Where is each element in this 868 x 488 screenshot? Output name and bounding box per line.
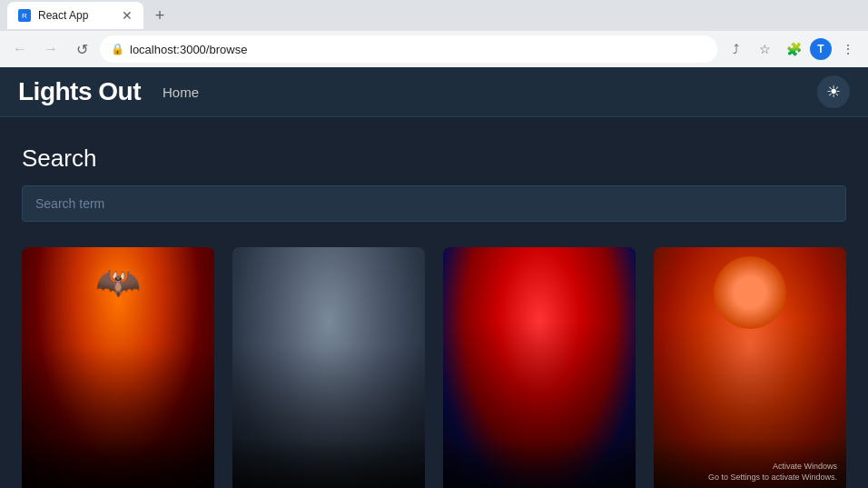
movie-grid: Activate Windows Go to Settings to activ… (22, 247, 846, 488)
main-content: Search (0, 117, 868, 488)
active-tab[interactable]: R React App ✕ (7, 2, 143, 29)
app-container: Lights Out Home ☀ Search (0, 67, 868, 488)
movie-card-uncharted[interactable] (232, 247, 425, 488)
lock-icon: 🔒 (111, 43, 124, 55)
menu-icon[interactable]: ⋮ (835, 36, 861, 62)
movie-card-batman[interactable] (22, 247, 214, 488)
tab-bar: R React App ✕ + (0, 0, 868, 31)
uncharted-poster (232, 247, 425, 488)
uncharted-overlay (232, 438, 425, 488)
forward-button[interactable]: → (38, 36, 64, 62)
spiderman-overlay (443, 438, 636, 488)
theme-toggle-button[interactable]: ☀ (817, 75, 850, 108)
batman-overlay (22, 438, 214, 488)
search-input[interactable] (22, 185, 846, 222)
bookmark-icon[interactable]: ☆ (752, 36, 777, 62)
batman-poster (22, 247, 214, 488)
search-heading: Search (22, 144, 846, 173)
url-text: localhost:3000/browse (130, 43, 247, 56)
movie-card-turningred[interactable]: Activate Windows Go to Settings to activ… (654, 247, 846, 488)
refresh-button[interactable]: ↺ (69, 36, 94, 62)
back-button[interactable]: ← (7, 36, 33, 62)
home-nav-link[interactable]: Home (163, 85, 199, 100)
app-title: Lights Out (18, 77, 141, 106)
address-bar[interactable]: 🔒 localhost:3000/browse (100, 35, 717, 63)
turningred-poster: Activate Windows Go to Settings to activ… (654, 247, 846, 488)
browser-action-icons: ⤴ ☆ 🧩 T ⋮ (723, 36, 861, 62)
tab-title: React App (38, 9, 88, 22)
turningred-overlay (654, 438, 846, 488)
navbar: Lights Out Home ☀ (0, 67, 868, 117)
tab-favicon: R (18, 9, 31, 22)
search-section: Search (22, 144, 846, 222)
browser-toolbar: ← → ↺ 🔒 localhost:3000/browse ⤴ ☆ 🧩 T ⋮ (0, 31, 868, 67)
spiderman-poster (443, 247, 636, 488)
share-icon[interactable]: ⤴ (723, 36, 748, 62)
browser-chrome: R React App ✕ + ← → ↺ 🔒 localhost:3000/b… (0, 0, 868, 67)
profile-avatar[interactable]: T (810, 38, 832, 60)
new-tab-button[interactable]: + (147, 3, 173, 28)
tab-close-button[interactable]: ✕ (122, 8, 133, 23)
movie-card-spiderman[interactable] (443, 247, 636, 488)
extensions-icon[interactable]: 🧩 (781, 36, 806, 62)
